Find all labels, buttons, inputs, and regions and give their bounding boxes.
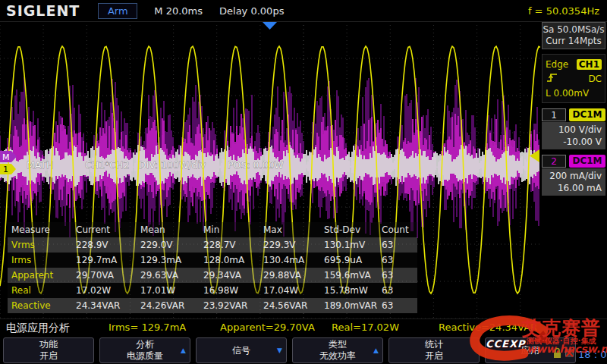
chevron-down-icon: ▼ (277, 345, 282, 356)
measure-value: Mean (140, 224, 203, 235)
measure-value: 63 (382, 285, 416, 296)
measure-value: 695.9uA (324, 255, 382, 265)
oscilloscope-screen: SIGLENT Arm M 20.0ms Delay 0.00ps f = 50… (0, 0, 607, 364)
timebase-readout[interactable]: M 20.0ms (154, 5, 203, 17)
softkey-button-3[interactable]: 信号▼ (196, 337, 287, 363)
channel1-number-badge[interactable]: 1 (542, 108, 566, 121)
measure-value: 229.0V (140, 240, 203, 250)
measure-value: 17.02W (76, 285, 140, 296)
sample-rate: Sa 50.0MSa/s (543, 24, 605, 36)
softkey-button-4[interactable]: 类型无效功率▲ (292, 337, 383, 363)
svg-text:1: 1 (3, 165, 8, 174)
measure-value: 17.04W (263, 285, 324, 296)
measure-value: 229.3V (263, 240, 324, 250)
measure-value: 63 (382, 270, 416, 281)
measure-value: 128.0mA (203, 255, 263, 265)
top-bar: SIGLENT Arm M 20.0ms Delay 0.00ps f = 50… (0, 0, 607, 22)
corner-status: 18 : 05 (552, 345, 607, 363)
app-title: 电源应用分析 (6, 322, 70, 335)
measure-name: Apparent (8, 270, 76, 281)
math-label: MATH (27, 159, 53, 171)
measure-name: Real (8, 285, 76, 296)
measure-value: 24.34VAR (76, 300, 140, 311)
status-irms: Irms= 129.7mA (109, 322, 186, 333)
status-reactive: Reactive=24.34VAR (439, 322, 537, 333)
measure-value: 17.01W (140, 285, 203, 296)
table-row: Reactive24.34VAR24.26VAR23.92VAR24.56VAR… (8, 298, 417, 313)
status-bar: 电源应用分析 Irms= 129.7mA Apparent=29.70VA Re… (0, 318, 607, 337)
trigger-info-box[interactable]: Edge CH1 DC L 0.00mV (542, 54, 605, 103)
softkey-label: 统计 (389, 339, 479, 350)
measure-value: 130.1mV (324, 240, 382, 250)
trigger-status-badge: Arm (98, 3, 137, 19)
table-row: Vrms228.9V229.0V228.7V229.3V130.1mV63 (8, 237, 417, 253)
softkey-menu: 功能开启分析电源质量▲信号▼类型无效功率▲统计开启应用 (0, 336, 607, 364)
measure-value: Min (203, 224, 263, 235)
frequency-counter: f = 50.0354Hz (528, 5, 599, 17)
softkey-button-2[interactable]: 分析电源质量▲ (99, 337, 190, 363)
channel1-box[interactable]: 1 DC1M 100 V/div -10.00 V (542, 108, 605, 149)
measure-value: Std-Dev (324, 224, 382, 235)
softkey-label: 功能 (4, 339, 93, 350)
measure-value: 63 (382, 240, 416, 250)
lock-icon[interactable] (552, 347, 562, 362)
measure-value: 159.6mVA (324, 270, 382, 281)
measure-name: Vrms (8, 240, 76, 250)
measure-name: Irms (8, 255, 76, 265)
svg-text:M: M (2, 152, 10, 162)
measure-value: 63 (382, 255, 416, 265)
channel2-scale: 200 mA/div (546, 170, 602, 182)
svg-text:POS: 0.00W: POS: 0.00W (228, 159, 284, 171)
measure-name: Reactive (8, 300, 76, 311)
measure-value: 16.98W (203, 285, 263, 296)
trigger-position-icon (262, 21, 278, 30)
softkey-value: 无效功率 (293, 350, 382, 362)
clock: 18 : 05 (578, 349, 607, 360)
usb-disconnected-icon[interactable] (564, 347, 575, 362)
measure-value: 24.56VAR (263, 300, 324, 311)
channel1-offset: -10.00 V (546, 136, 602, 148)
channel2-box[interactable]: 2 DC1M 200 mA/div 16.00 mA (542, 155, 605, 196)
softkey-label: 类型 (293, 339, 382, 350)
table-row: Apparent29.70VA29.63VA29.34VA29.88VA159.… (8, 268, 417, 283)
memory-depth: Curr 14Mpts (543, 36, 605, 47)
softkey-value: 开启 (389, 350, 479, 362)
svg-text:CH1*CH2: CH1*CH2 (85, 159, 129, 171)
measure-table: MeasureCurrentMeanMinMaxStd-DevCountVrms… (8, 222, 417, 313)
trigger-type: Edge (546, 59, 568, 70)
channel1-coupling-badge[interactable]: DC1M (569, 108, 605, 121)
measure-value: 15.78mW (324, 285, 382, 296)
measure-value: 228.9V (76, 240, 140, 250)
measure-value: 29.34VA (203, 270, 263, 281)
measure-value: 29.88VA (263, 270, 324, 281)
table-row: Irms129.7mA129.3mA128.0mA130.4mA695.9uA6… (8, 253, 417, 268)
measure-value: 129.7mA (76, 255, 140, 265)
table-header-row: MeasureCurrentMeanMinMaxStd-DevCount (8, 222, 417, 237)
right-info-panel: Sa 50.0MSa/s Curr 14Mpts Edge CH1 DC L 0… (540, 21, 607, 318)
trigger-slope-icon (546, 72, 559, 86)
measure-value: 189.0mVAR (324, 300, 382, 311)
table-row: Real17.02W17.01W16.98W17.04W15.78mW63 (8, 283, 417, 298)
chevron-up-icon: ▲ (181, 345, 186, 356)
measure-value: 29.70VA (76, 270, 140, 281)
softkey-button-5[interactable]: 统计开启 (388, 337, 480, 363)
svg-text:DIV: 100W/div: DIV: 100W/div (139, 159, 206, 171)
delay-readout[interactable]: Delay 0.00ps (219, 5, 284, 17)
trigger-source-badge: CH1 (577, 59, 602, 70)
status-apparent: Apparent=29.70VA (220, 322, 315, 333)
softkey-value: 电源质量 (100, 350, 190, 362)
channel2-number-badge[interactable]: 2 (542, 155, 566, 168)
acquisition-info-box: Sa 50.0MSa/s Curr 14Mpts (542, 22, 605, 49)
measure-value: 63 (382, 300, 416, 311)
measure-value: 228.7V (203, 240, 263, 250)
measure-value: Current (76, 224, 140, 235)
measure-value: 129.3mA (140, 255, 203, 265)
softkey-value: 开启 (4, 350, 93, 362)
status-real: Real=17.02W (332, 322, 399, 333)
channel2-coupling-badge[interactable]: DC1M (569, 155, 605, 168)
siglent-logo: SIGLENT (6, 2, 80, 19)
trigger-level: L 0.00mV (546, 88, 589, 99)
channel2-offset: 16.00 mA (546, 182, 602, 194)
trigger-coupling: DC (588, 74, 602, 84)
softkey-button-1[interactable]: 功能开启 (3, 337, 94, 363)
